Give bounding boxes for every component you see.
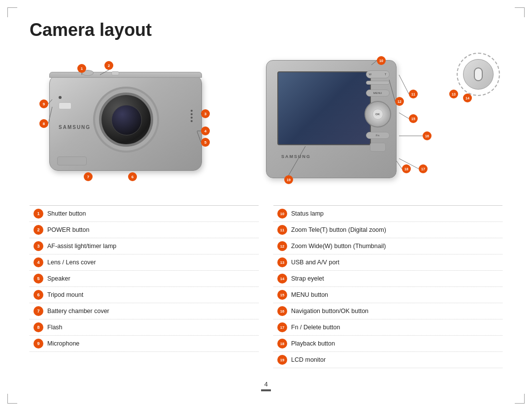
label-num: 6 [33, 290, 43, 300]
callout-8: 8 [39, 119, 48, 128]
label-num: 14 [277, 274, 287, 284]
label-text: Speaker [47, 275, 70, 282]
label-num: 8 [33, 322, 43, 332]
lens-outer [99, 93, 153, 147]
callout-7: 7 [84, 172, 93, 181]
label-row: 15 MENU button [273, 287, 502, 303]
label-num: 3 [33, 241, 43, 251]
label-row: 5 Speaker [30, 271, 259, 287]
label-text: Playback button [291, 340, 335, 347]
corner-mark-tl [7, 7, 17, 17]
label-text: Battery chamber cover [47, 308, 109, 315]
front-labels-column: 1 Shutter button 2 POWER button 3 AF-ass… [30, 205, 259, 368]
camera-back-body: SAMSUNG WT MENU OK Fn [266, 60, 397, 178]
label-text: Navigation button/OK button [291, 308, 368, 315]
fn-button: Fn [366, 132, 390, 139]
samsung-logo-back: SAMSUNG [281, 154, 311, 159]
label-row: 16 Navigation button/OK button [273, 303, 502, 319]
callout-2: 2 [104, 61, 113, 70]
callout-1: 1 [77, 64, 86, 73]
status-lamp [366, 81, 390, 85]
label-text: Zoom Wide(W) button (Thumbnail) [291, 243, 386, 250]
svg-line-11 [399, 113, 409, 119]
callout-3: 3 [201, 109, 210, 118]
label-num: 7 [33, 306, 43, 316]
label-row: 4 Lens / Lens cover [30, 254, 259, 271]
label-text: AF-assist light/timer lamp [47, 243, 116, 250]
mic [59, 96, 62, 99]
label-text: Status lamp [291, 210, 324, 217]
label-row: 9 Microphone [30, 336, 259, 352]
label-text: LCD monitor [291, 356, 326, 363]
callout-11: 11 [409, 90, 418, 98]
callout-6: 6 [128, 172, 137, 181]
back-buttons: WT MENU OK Fn [364, 70, 391, 152]
callout-18: 18 [402, 164, 411, 173]
callout-19: 19 [284, 175, 293, 184]
label-num: 12 [277, 241, 287, 251]
menu-button: MENU [366, 90, 390, 96]
callout-12: 12 [395, 97, 404, 106]
label-num: 4 [33, 257, 43, 267]
camera-top [49, 72, 202, 78]
label-num: 11 [277, 225, 287, 235]
speaker [191, 110, 193, 122]
label-text: MENU button [291, 291, 328, 298]
page-number: 4 [261, 380, 271, 388]
label-num: 1 [33, 209, 43, 219]
svg-line-12 [397, 161, 402, 169]
corner-mark-br [515, 394, 525, 404]
label-row: 18 Playback button [273, 336, 502, 352]
label-row: 3 AF-assist light/timer lamp [30, 238, 259, 254]
labels-section: 1 Shutter button 2 POWER button 3 AF-ass… [30, 205, 502, 368]
label-text: USB and A/V port [291, 259, 339, 266]
label-text: Zoom Tele(T) button (Digital zoom) [291, 226, 386, 233]
label-num: 10 [277, 209, 287, 219]
label-row: 10 Status lamp [273, 206, 502, 222]
page-number-area: 4 [261, 380, 271, 391]
label-row: 1 Shutter button [30, 206, 259, 222]
samsung-logo-front: SAMSUNG [59, 125, 91, 130]
label-text: POWER button [47, 226, 89, 233]
label-text: Microphone [47, 340, 79, 347]
corner-mark-bl [7, 394, 17, 404]
strap-detail-circle [457, 53, 500, 96]
label-row: 11 Zoom Tele(T) button (Digital zoom) [273, 222, 502, 238]
callout-5: 5 [201, 138, 210, 147]
label-text: Fn / Delete button [291, 324, 340, 331]
callout-9: 9 [39, 99, 48, 108]
zoom-tele-btn: WT [366, 70, 390, 78]
label-num: 19 [277, 355, 287, 365]
label-num: 15 [277, 290, 287, 300]
label-text: Strap eyelet [291, 275, 324, 282]
nav-wheel: OK [365, 101, 391, 127]
label-row: 14 Strap eyelet [273, 271, 502, 287]
power-button-3d [111, 71, 119, 75]
svg-line-8 [399, 75, 409, 94]
label-num: 18 [277, 339, 287, 348]
label-text: Lens / Lens cover [47, 259, 96, 266]
label-text: Tripod mount [47, 291, 83, 298]
label-row: 13 USB and A/V port [273, 254, 502, 271]
label-num: 17 [277, 322, 287, 332]
label-text: Shutter button [47, 210, 86, 217]
callout-17: 17 [419, 164, 428, 173]
label-num: 13 [277, 257, 287, 267]
playback-button [370, 143, 386, 152]
back-labels-column: 10 Status lamp 11 Zoom Tele(T) button (D… [273, 205, 502, 368]
corner-mark-tr [515, 7, 525, 17]
label-row: 8 Flash [30, 319, 259, 336]
label-row: 12 Zoom Wide(W) button (Thumbnail) [273, 238, 502, 254]
label-row: 7 Battery chamber cover [30, 303, 259, 319]
label-num: 2 [33, 225, 43, 235]
callout-4: 4 [201, 126, 210, 135]
lens-innermost [111, 105, 142, 135]
camera-front-body: SAMSUNG [49, 75, 202, 171]
back-camera-diagram: SAMSUNG WT MENU OK Fn [256, 50, 502, 198]
page-number-bar [261, 389, 271, 391]
callout-13: 13 [449, 90, 458, 98]
label-row: 17 Fn / Delete button [273, 319, 502, 336]
callout-10: 10 [377, 56, 386, 65]
flash [59, 102, 71, 109]
label-row: 19 LCD monitor [273, 352, 502, 368]
